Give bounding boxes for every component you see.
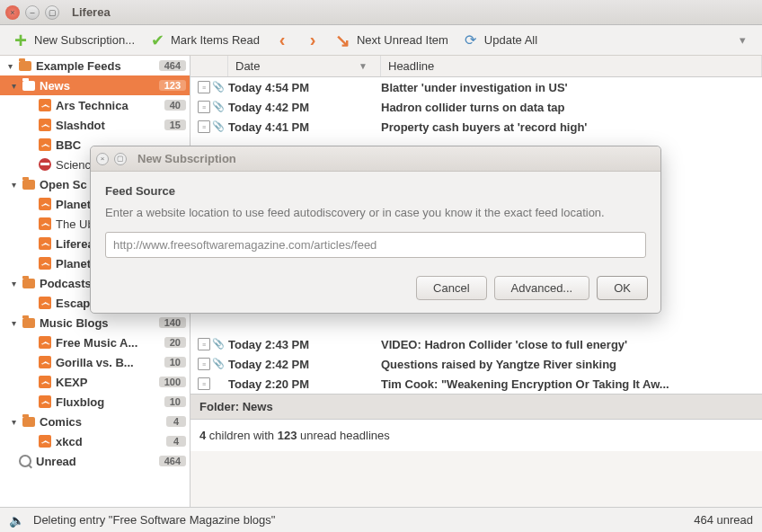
sidebar-item-label: Slashdot <box>56 119 164 132</box>
status-message: Deleting entry "Free Software Magazine b… <box>33 513 694 527</box>
column-headline[interactable]: Headline <box>381 56 762 76</box>
sort-desc-icon: ▼ <box>359 61 373 71</box>
item-headline: VIDEO: Hadron Collider 'close to full en… <box>381 338 755 351</box>
document-icon: ≡ <box>198 338 210 350</box>
dialog-body: Feed Source Enter a website location to … <box>91 172 660 269</box>
document-icon: ≡ <box>198 81 210 93</box>
document-icon: ≡ <box>198 377 210 390</box>
update-all-button[interactable]: ⟳ Update All <box>457 29 543 52</box>
unread-badge: 4 <box>166 416 186 427</box>
document-icon: ≡ <box>198 358 210 370</box>
item-row[interactable]: ≡📎Today 2:42 PMQuestions raised by Yangt… <box>190 354 762 374</box>
document-icon: ≡ <box>198 101 210 113</box>
folder-icon <box>22 78 36 93</box>
document-icon: ≡ <box>198 120 210 133</box>
sidebar-item[interactable]: ෴Gorilla vs. B...10 <box>0 352 190 372</box>
item-icons: ≡📎 <box>198 358 228 370</box>
ok-button[interactable]: OK <box>597 276 648 300</box>
mark-read-label: Mark Items Read <box>171 33 260 47</box>
sidebar-item-label: Ars Technica <box>56 99 164 112</box>
window-minimize-button[interactable]: – <box>25 5 40 20</box>
sidebar-item[interactable]: ෴Free Music A...20 <box>0 332 190 352</box>
expander-icon[interactable]: ▾ <box>9 81 18 91</box>
check-icon: ✔ <box>149 32 165 49</box>
item-list-header: Date ▼ Headline <box>190 56 762 77</box>
feed-icon: ෴ <box>38 197 52 211</box>
item-row[interactable]: ≡📎Today 4:54 PMBlatter 'under investigat… <box>190 77 762 97</box>
expander-icon[interactable]: ▾ <box>9 180 18 190</box>
status-unread-count: 464 unread <box>694 513 753 527</box>
column-icons[interactable] <box>190 56 228 76</box>
item-icons: ≡📎 <box>198 120 228 133</box>
feed-icon: ෴ <box>38 434 52 448</box>
item-date: Today 2:43 PM <box>228 338 381 351</box>
toolbar-overflow-button[interactable]: ▾ <box>731 30 755 50</box>
folder-summary-body: 4 children with 123 unread headlines <box>190 420 762 451</box>
sidebar-item[interactable]: ▾News123 <box>0 75 190 95</box>
folder-unread-count: 123 <box>278 429 297 442</box>
new-subscription-button[interactable]: + New Subscription... <box>7 29 140 52</box>
expander-icon[interactable]: ▾ <box>9 417 18 427</box>
window-maximize-button[interactable]: ▢ <box>45 5 59 20</box>
cancel-button[interactable]: Cancel <box>416 276 486 300</box>
sidebar-item[interactable]: Unread464 <box>0 451 190 471</box>
new-subscription-label: New Subscription... <box>34 33 135 47</box>
feed-icon: ෴ <box>38 236 52 251</box>
dialog-heading: Feed Source <box>105 184 646 198</box>
item-headline: Questions raised by Yangtze River sinkin… <box>381 358 755 371</box>
column-headline-label: Headline <box>388 59 434 73</box>
sidebar-item[interactable]: ▾Music Blogs140 <box>0 313 190 332</box>
expander-icon[interactable]: ▾ <box>9 318 18 328</box>
item-row[interactable]: ≡📎Today 2:43 PMVIDEO: Hadron Collider 'c… <box>190 334 762 354</box>
column-date[interactable]: Date ▼ <box>228 56 381 76</box>
nav-forward-button[interactable]: › <box>299 29 326 52</box>
sidebar-item-label: Gorilla vs. B... <box>56 356 164 369</box>
feed-icon: ෴ <box>38 98 52 112</box>
speaker-icon: 🔈 <box>9 513 24 528</box>
sidebar-item-label: Comics <box>40 415 166 429</box>
item-icons: ≡📎 <box>198 338 228 350</box>
column-date-label: Date <box>235 59 260 73</box>
feed-icon: ෴ <box>38 137 52 152</box>
dialog-description: Enter a website location to use feed aut… <box>105 205 646 221</box>
expander-icon[interactable]: ▾ <box>9 279 18 288</box>
arrow-down-right-icon: ↘ <box>335 32 351 49</box>
sidebar-item[interactable]: ෴KEXP100 <box>0 372 190 392</box>
item-row[interactable]: ≡Today 2:20 PMTim Cook: "Weakening Encry… <box>190 374 762 394</box>
item-row[interactable]: ≡📎Today 4:42 PMHadron collider turns on … <box>190 97 762 117</box>
arrow-left-icon: ‹ <box>274 32 290 49</box>
feed-icon: ෴ <box>38 296 52 310</box>
sidebar-item[interactable]: ෴Slashdot15 <box>0 115 190 135</box>
sidebar-item[interactable]: ෴xkcd4 <box>0 431 190 451</box>
unread-badge: 464 <box>159 456 186 466</box>
feed-icon: ෴ <box>38 335 52 350</box>
item-row[interactable]: ≡📎Today 4:41 PMProperty cash buyers at '… <box>190 117 762 137</box>
feed-icon: ෴ <box>38 118 52 132</box>
item-headline: Tim Cook: "Weakening Encryption Or Takin… <box>381 377 755 391</box>
sidebar-item[interactable]: ▾Comics4 <box>0 412 190 431</box>
dialog-max-button[interactable]: ▢ <box>114 153 127 165</box>
sidebar-item-label: Music Blogs <box>40 316 159 330</box>
attachment-icon: 📎 <box>212 101 225 113</box>
folder-icon <box>22 315 36 330</box>
feed-url-input[interactable] <box>105 232 646 258</box>
item-headline: Hadron collider turns on data tap <box>381 101 755 114</box>
mark-read-button[interactable]: ✔ Mark Items Read <box>144 29 265 52</box>
sidebar-item-label: Free Music A... <box>56 336 164 350</box>
dialog-close-button[interactable]: × <box>96 153 109 165</box>
attachment-icon: 📎 <box>212 120 225 133</box>
sidebar-item-label: News <box>40 79 159 93</box>
item-headline: Property cash buyers at 'record high' <box>381 120 755 134</box>
sidebar-item[interactable]: ▾Example Feeds464 <box>0 56 190 75</box>
next-unread-button[interactable]: ↘ Next Unread Item <box>330 29 454 52</box>
advanced-button[interactable]: Advanced... <box>494 276 590 300</box>
expander-icon[interactable]: ▾ <box>5 61 14 71</box>
nav-back-button[interactable]: ‹ <box>269 29 296 52</box>
dialog-titlebar: × ▢ New Subscription <box>91 146 660 172</box>
item-date: Today 4:41 PM <box>228 120 381 134</box>
sidebar-item[interactable]: ෴Ars Technica40 <box>0 95 190 115</box>
item-headline: Blatter 'under investigation in US' <box>381 81 755 94</box>
sidebar-item[interactable]: ෴Fluxblog10 <box>0 392 190 412</box>
window-close-button[interactable]: × <box>5 5 20 20</box>
item-row[interactable] <box>190 315 762 334</box>
